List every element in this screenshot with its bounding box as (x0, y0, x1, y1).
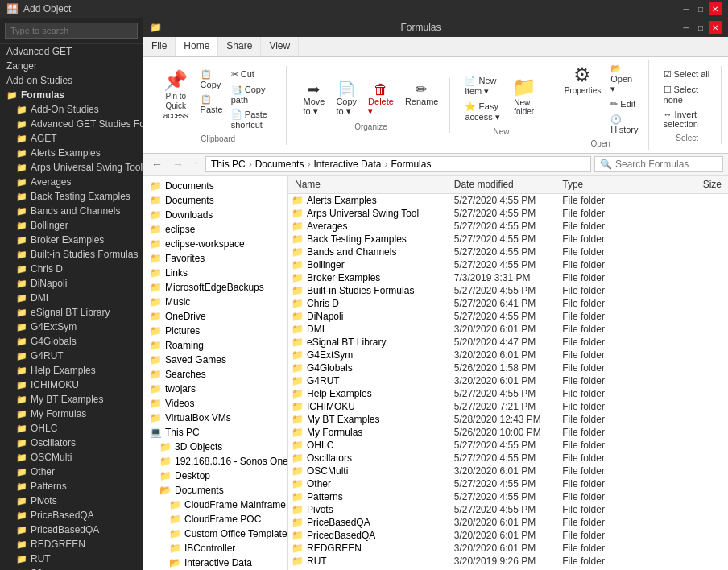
move-to-button[interactable]: ➡ Moveto ▾ (298, 80, 329, 119)
nav-item[interactable]: 📁Documents (143, 179, 287, 193)
nav-item[interactable]: 📁eclipse-workspace (143, 237, 287, 251)
table-row[interactable]: 📁Arps Universal Swing Tool 5/27/2020 4:5… (288, 207, 728, 220)
tab-file[interactable]: File (143, 37, 176, 56)
sidebar-item[interactable]: 📁Alerts Examples (0, 146, 143, 160)
table-row[interactable]: 📁REDGREEN 3/20/2020 6:01 PM File folder (288, 542, 728, 555)
sidebar-item[interactable]: 📁DiNapoli (0, 276, 143, 291)
sidebar-item[interactable]: 📁PriceBasedQA (0, 508, 143, 522)
nav-item[interactable]: 📁192.168.0.16 - Sonos One (143, 454, 287, 469)
table-row[interactable]: 📁DMI 3/20/2020 6:01 PM File folder (288, 323, 728, 336)
table-row[interactable]: 📁Back Testing Examples 5/27/2020 4:55 PM… (288, 233, 728, 246)
nav-item[interactable]: 💻This PC (143, 425, 287, 440)
nav-item[interactable]: 📁MicrosoftEdgeBackups (143, 280, 287, 295)
table-row[interactable]: 📁PriceBasedQA 3/20/2020 6:01 PM File fol… (288, 516, 728, 529)
rename-button[interactable]: ✏ Rename (400, 80, 444, 109)
sidebar-item[interactable]: 📁Back Testing Examples (0, 189, 143, 204)
table-row[interactable]: 📁PricedBasedQA 3/20/2020 6:01 PM File fo… (288, 529, 728, 542)
copy-to-button[interactable]: 📄 Copyto ▾ (331, 80, 362, 119)
up-button[interactable]: ↑ (190, 156, 202, 172)
nav-item[interactable]: 📁Saved Games (143, 353, 287, 367)
sidebar-item[interactable]: 📁Built-in Studies Formulas (0, 247, 143, 262)
sidebar-item[interactable]: 📁AGET (0, 131, 143, 146)
nav-item[interactable]: 📂Documents (143, 483, 287, 498)
invert-selection-button[interactable]: ↔ Invert selection (660, 108, 714, 130)
maximize-button[interactable]: □ (694, 2, 707, 15)
sidebar-item[interactable]: 📁ICHIMOKU (0, 378, 143, 392)
sidebar-item[interactable]: 📁Advanced GET Studies Form... (0, 117, 143, 131)
sidebar-item[interactable]: 📁PricedBasedQA (0, 522, 143, 537)
nav-item[interactable]: 📁CloudFrame Mainframe Prog... (143, 498, 287, 512)
close-button[interactable]: ✕ (709, 2, 722, 15)
sidebar-item[interactable]: 📁eSignal BT Library (0, 305, 143, 320)
table-row[interactable]: 📁Patterns 5/27/2020 4:55 PM File folder (288, 490, 728, 503)
nav-item[interactable]: 📁Documents (143, 193, 287, 208)
table-row[interactable]: 📁Oscillators 5/27/2020 4:55 PM File fold… (288, 452, 728, 465)
history-button[interactable]: 🕐 History (607, 113, 641, 136)
sidebar-item[interactable]: 📁Broker Examples (0, 233, 143, 247)
select-none-button[interactable]: ☐ Select none (660, 83, 714, 106)
nav-item[interactable]: 📁twojars (143, 382, 287, 396)
table-row[interactable]: 📁Bollinger 5/27/2020 4:55 PM File folder (288, 258, 728, 271)
minimize-button[interactable]: ─ (680, 2, 693, 15)
nav-item[interactable]: 📁IBController (143, 541, 287, 556)
col-header-name[interactable]: Name (292, 177, 451, 192)
sidebar-item[interactable]: 📁Patterns (0, 479, 143, 494)
nav-item[interactable]: 📁Downloads (143, 208, 287, 222)
table-row[interactable]: 📁My Formulas 5/26/2020 10:00 PM File fol… (288, 426, 728, 439)
sidebar-item[interactable]: 📁REDGREEN (0, 537, 143, 551)
table-row[interactable]: 📁G4Globals 5/26/2020 1:58 PM File folder (288, 361, 728, 374)
sidebar-item[interactable]: 📁Oscillators (0, 436, 143, 450)
table-row[interactable]: 📁G4ExtSym 3/20/2020 6:01 PM File folder (288, 349, 728, 361)
nav-item[interactable]: 📁Roaming (143, 338, 287, 353)
nav-item[interactable]: 📁Favorites (143, 251, 287, 266)
col-header-size[interactable]: Size (668, 177, 725, 192)
sidebar-item[interactable]: Zanger (0, 59, 143, 73)
table-row[interactable]: 📁OHLC 5/27/2020 4:55 PM File folder (288, 439, 728, 452)
copy-button[interactable]: 📋 Copy (197, 68, 226, 91)
sidebar-item[interactable]: 📁Bands and Channels (0, 204, 143, 218)
table-row[interactable]: 📁G4RUT 3/20/2020 6:01 PM File folder (288, 374, 728, 387)
col-header-date[interactable]: Date modified (451, 177, 560, 192)
new-folder-button[interactable]: 📁 Newfolder (507, 74, 541, 118)
nav-item[interactable]: 📁Videos (143, 396, 287, 411)
nav-item[interactable]: 📁Music (143, 295, 287, 309)
nav-item[interactable]: 📁Desktop (143, 469, 287, 483)
sidebar-item[interactable]: 📁My BT Examples (0, 392, 143, 407)
nav-item[interactable]: 📁Custom Office Templates (143, 527, 287, 541)
nav-item[interactable]: 📁Links (143, 266, 287, 280)
new-item-button[interactable]: 📄 New item ▾ (461, 74, 505, 98)
cut-button[interactable]: ✂ Cut (228, 68, 280, 81)
explorer-max-button[interactable]: □ (694, 21, 707, 34)
sidebar-item[interactable]: 📁Other (0, 465, 143, 479)
sidebar-item[interactable]: Advanced GET (0, 44, 143, 59)
table-row[interactable]: 📁Chris D 5/27/2020 6:41 PM File folder (288, 297, 728, 310)
sidebar-item[interactable]: 📁OSCMulti (0, 450, 143, 465)
sidebar-item[interactable]: 📁Chris D (0, 262, 143, 276)
sidebar-item[interactable]: 📁Arps Universal Swing Tool (0, 160, 143, 175)
search-input[interactable] (5, 23, 138, 39)
table-row[interactable]: 📁OSCMulti 3/20/2020 6:01 PM File folder (288, 465, 728, 477)
nav-item[interactable]: 📁3D Objects (143, 440, 287, 454)
open-button[interactable]: 📂 Open ▾ (607, 62, 641, 96)
explorer-min-button[interactable]: ─ (680, 21, 693, 34)
sidebar-item[interactable]: 📁OHLC (0, 421, 143, 436)
tab-share[interactable]: Share (218, 37, 261, 56)
path-interactive-data[interactable]: Interactive Data (313, 159, 381, 170)
table-row[interactable]: 📁Help Examples 5/27/2020 4:55 PM File fo… (288, 387, 728, 400)
pin-to-quick-access-button[interactable]: 📌 Pin to Quickaccess (156, 68, 196, 122)
sidebar-item[interactable]: 📁G4RUT (0, 349, 143, 363)
delete-button[interactable]: 🗑 Delete▾ (363, 80, 399, 119)
table-row[interactable]: 📁ICHIMOKU 5/27/2020 7:21 PM File folder (288, 400, 728, 413)
sidebar-item[interactable]: 📁My Formulas (0, 407, 143, 421)
table-row[interactable]: 📁RUT 3/20/2019 9:26 PM File folder (288, 555, 728, 568)
nav-item[interactable]: 📁Pictures (143, 324, 287, 338)
explorer-close-button[interactable]: ✕ (709, 21, 722, 34)
tab-view[interactable]: View (261, 37, 299, 56)
paste-button[interactable]: 📋 Paste (197, 93, 226, 116)
path-documents[interactable]: Documents (255, 159, 304, 170)
easy-access-button[interactable]: ⭐ Easy access ▾ (461, 100, 505, 124)
table-row[interactable]: 📁Alerts Examples 5/27/2020 4:55 PM File … (288, 194, 728, 207)
table-row[interactable]: 📁Broker Examples 7/3/2019 3:31 PM File f… (288, 271, 728, 284)
nav-item[interactable]: 📁CloudFrame POC (143, 512, 287, 527)
properties-button[interactable]: ⚙ Properties (560, 62, 606, 97)
